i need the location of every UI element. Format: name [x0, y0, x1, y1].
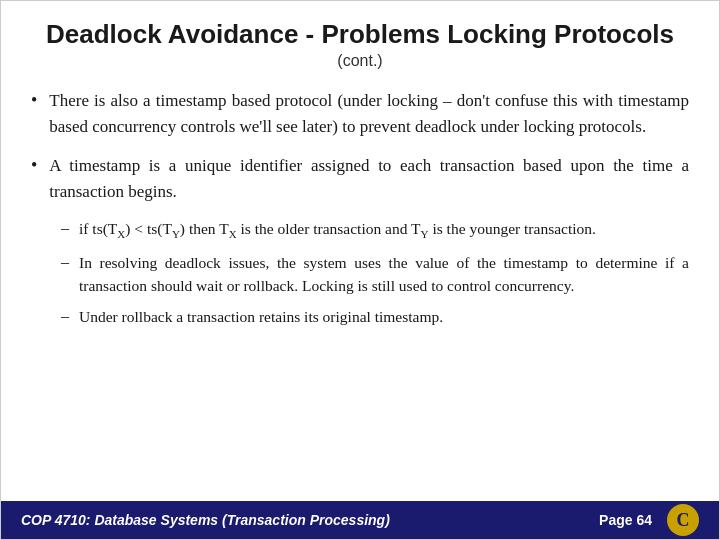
sub-dash-2: – [61, 253, 69, 271]
sub-bullet-1: – if ts(TX) < ts(TY) then TX is the olde… [61, 217, 689, 243]
sub-bullet-3: – Under rollback a transaction retains i… [61, 305, 689, 328]
sub-text-2: In resolving deadlock issues, the system… [79, 251, 689, 298]
sub-dash-1: – [61, 219, 69, 237]
footer-logo: C [667, 504, 699, 536]
sub-bullets-container: – if ts(TX) < ts(TY) then TX is the olde… [31, 217, 689, 336]
sub-text-3: Under rollback a transaction retains its… [79, 305, 443, 328]
footer-page-number: Page 64 [599, 512, 652, 528]
bullet-1-section: • There is also a timestamp based protoc… [31, 88, 689, 141]
slide-header: Deadlock Avoidance - Problems Locking Pr… [1, 1, 719, 78]
sub-text-1: if ts(TX) < ts(TY) then TX is the older … [79, 217, 596, 243]
sub-dash-3: – [61, 307, 69, 325]
bullet-2-text: A timestamp is a unique identifier assig… [49, 153, 689, 206]
slide-content: • There is also a timestamp based protoc… [1, 78, 719, 501]
bullet-2-marker: • [31, 155, 37, 176]
bullet-2-section: • A timestamp is a unique identifier ass… [31, 153, 689, 206]
slide-subtitle: (cont.) [31, 52, 689, 70]
slide-footer: COP 4710: Database Systems (Transaction … [1, 501, 719, 539]
sub-bullet-2: – In resolving deadlock issues, the syst… [61, 251, 689, 298]
footer-right-area: Page 64 C [599, 504, 699, 536]
bullet-1-marker: • [31, 90, 37, 111]
bullet-1-text: There is also a timestamp based protocol… [49, 88, 689, 141]
slide-title: Deadlock Avoidance - Problems Locking Pr… [31, 19, 689, 50]
slide: Deadlock Avoidance - Problems Locking Pr… [0, 0, 720, 540]
footer-course-info: COP 4710: Database Systems (Transaction … [21, 512, 390, 528]
